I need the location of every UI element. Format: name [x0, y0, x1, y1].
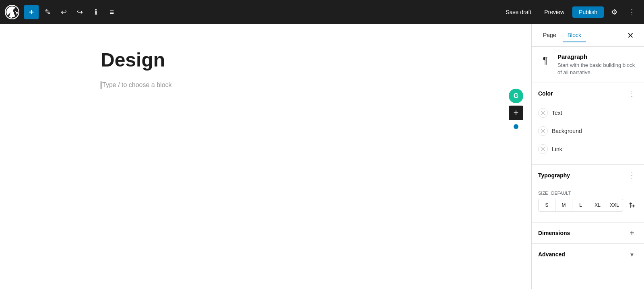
- save-draft-button[interactable]: Save draft: [501, 6, 536, 18]
- tab-block[interactable]: Block: [563, 29, 586, 42]
- editor-content: Design Type / to choose a block: [101, 48, 431, 265]
- dimensions-section[interactable]: Dimensions +: [532, 222, 644, 244]
- link-color-circle: [538, 144, 548, 154]
- toolbar-right-group: Save draft Preview Publish ⚙ ⋮: [501, 5, 639, 19]
- color-section-more-button[interactable]: ⋮: [626, 88, 638, 99]
- advanced-chevron-button[interactable]: ▾: [626, 249, 638, 260]
- info-button[interactable]: ℹ: [89, 5, 103, 19]
- paragraph-icon: ¶: [538, 53, 553, 68]
- preview-button[interactable]: Preview: [539, 6, 569, 18]
- progress-dot: [514, 124, 518, 129]
- size-button-l[interactable]: L: [572, 199, 589, 211]
- size-adjust-button[interactable]: [626, 200, 638, 211]
- text-color-circle: [538, 108, 548, 118]
- typography-section: Typography ⋮ SIZE DEFAULT S M L XL XXL: [532, 165, 644, 222]
- block-info: ¶ Paragraph Start with the basic buildin…: [532, 47, 644, 83]
- undo-button[interactable]: ↩: [56, 5, 71, 19]
- settings-button[interactable]: ⚙: [607, 5, 621, 19]
- page-title[interactable]: Design: [101, 48, 431, 72]
- color-section-header[interactable]: Color ⋮: [532, 83, 644, 104]
- block-description: Paragraph Start with the basic building …: [557, 53, 638, 76]
- color-section: Color ⋮ Text Background: [532, 83, 644, 165]
- typography-section-header[interactable]: Typography ⋮: [532, 165, 644, 186]
- advanced-section-title: Advanced: [538, 251, 626, 258]
- list-view-button[interactable]: ≡: [105, 5, 119, 19]
- text-color-label: Text: [552, 110, 562, 116]
- redo-button[interactable]: ↪: [72, 5, 87, 19]
- editor-float-buttons: G +: [509, 89, 523, 129]
- color-option-background[interactable]: Background: [538, 122, 638, 140]
- main-content-area: Design Type / to choose a block G + Page…: [0, 24, 644, 289]
- wordpress-logo: [5, 5, 19, 19]
- color-options-list: Text Background Link: [532, 104, 644, 164]
- typography-section-title: Typography: [538, 172, 626, 179]
- main-toolbar: + ✎ ↩ ↪ ℹ ≡ Save draft Preview Publish ⚙…: [0, 0, 644, 24]
- sidebar-panel: Page Block ✕ ¶ Paragraph Start with the …: [531, 24, 644, 289]
- sidebar-close-button[interactable]: ✕: [623, 28, 638, 43]
- toolbar-left-group: + ✎ ↩ ↪ ℹ ≡: [5, 5, 119, 19]
- advanced-section[interactable]: Advanced ▾: [532, 244, 644, 265]
- typography-controls: SIZE DEFAULT S M L XL XXL: [532, 186, 644, 222]
- size-button-xl[interactable]: XL: [589, 199, 606, 211]
- dimensions-add-button[interactable]: +: [626, 227, 638, 239]
- size-buttons-group: S M L XL XXL: [538, 199, 623, 212]
- edit-mode-button[interactable]: ✎: [40, 5, 55, 19]
- sidebar-header: Page Block ✕: [532, 24, 644, 47]
- block-subtitle: Start with the basic building block of a…: [557, 62, 638, 76]
- publish-button[interactable]: Publish: [572, 6, 604, 18]
- background-color-label: Background: [552, 128, 582, 134]
- color-option-text[interactable]: Text: [538, 104, 638, 122]
- size-controls-row: S M L XL XXL: [538, 199, 638, 212]
- block-title: Paragraph: [557, 53, 638, 60]
- color-section-title: Color: [538, 90, 626, 97]
- size-button-m[interactable]: M: [555, 199, 572, 211]
- editor-area[interactable]: Design Type / to choose a block G +: [0, 24, 531, 289]
- dimensions-section-title: Dimensions: [538, 230, 626, 236]
- size-button-s[interactable]: S: [539, 199, 555, 211]
- add-block-toolbar-button[interactable]: +: [24, 5, 39, 19]
- grammarly-button[interactable]: G: [509, 89, 523, 103]
- color-option-link[interactable]: Link: [538, 140, 638, 158]
- link-color-label: Link: [552, 146, 562, 152]
- add-block-float-button[interactable]: +: [509, 106, 523, 120]
- tab-page[interactable]: Page: [538, 29, 561, 42]
- typography-section-more-button[interactable]: ⋮: [626, 170, 638, 181]
- size-button-xxl[interactable]: XXL: [606, 199, 623, 211]
- block-placeholder[interactable]: Type / to choose a block: [101, 81, 431, 89]
- size-label: SIZE DEFAULT: [538, 191, 638, 195]
- more-options-button[interactable]: ⋮: [625, 5, 639, 19]
- background-color-circle: [538, 126, 548, 136]
